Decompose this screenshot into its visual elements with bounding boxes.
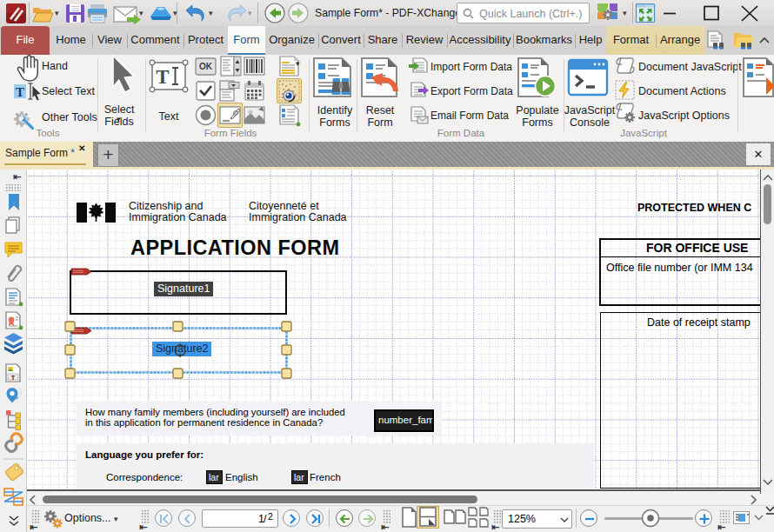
svg-text:T: T xyxy=(11,374,16,382)
svg-text:T: T xyxy=(16,85,24,99)
svg-text:OK: OK xyxy=(199,62,213,71)
svg-text:T: T xyxy=(156,66,169,88)
